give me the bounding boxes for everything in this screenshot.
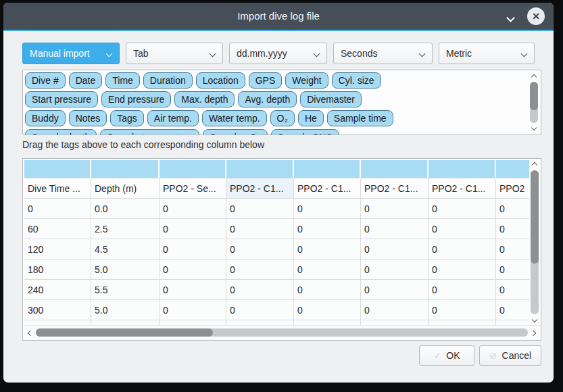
column-drop-zone[interactable]	[24, 160, 91, 178]
tag-row: Buddy Notes Tags Air temp. Water temp. O…	[25, 110, 526, 126]
tag-gps[interactable]: GPS	[249, 72, 283, 89]
table-cell: 0	[226, 280, 294, 300]
tag-notes[interactable]: Notes	[69, 110, 107, 126]
chevron-down-icon	[419, 51, 426, 57]
dialog-button-row: ✓ OK ⊘ Cancel	[22, 345, 541, 366]
tag-sample-time[interactable]: Sample time	[327, 110, 393, 126]
tag-max-depth[interactable]: Max. depth	[174, 91, 235, 107]
table-cell-partial	[24, 320, 91, 325]
table-cell: 0	[160, 260, 226, 280]
table-cell: 0	[160, 280, 226, 300]
table-cell: 0	[361, 219, 429, 239]
column-drop-zone[interactable]	[361, 160, 429, 178]
column-drop-zone[interactable]	[429, 160, 496, 178]
column-header[interactable]: PPO2	[496, 178, 529, 199]
cancel-button[interactable]: ⊘ Cancel	[479, 345, 541, 366]
column-drop-zone[interactable]	[496, 160, 529, 178]
tag-tags[interactable]: Tags	[110, 110, 144, 126]
table-cell: 0	[361, 260, 429, 280]
tag-sample-temperature[interactable]: Sample temperature	[100, 129, 199, 135]
units-combo[interactable]: Metric	[439, 43, 535, 64]
column-drop-zone[interactable]	[226, 160, 294, 178]
tag-avg-depth[interactable]: Avg. depth	[238, 91, 297, 107]
tag-buddy[interactable]: Buddy	[25, 110, 66, 126]
table-cell: 5.5	[91, 280, 160, 300]
tags-vertical-scrollbar[interactable]	[529, 72, 539, 133]
column-header[interactable]: PPO2 - C1...	[294, 178, 361, 199]
column-header[interactable]: PPO2 - C1...	[429, 178, 496, 199]
table-cell: 4.5	[91, 239, 160, 260]
table-cell: 0	[496, 219, 529, 239]
column-header[interactable]: PPO2 - C1...	[226, 178, 294, 199]
column-header[interactable]: PPO2 - C1...	[361, 178, 429, 199]
tag-divemaster[interactable]: Divemaster	[300, 91, 362, 107]
column-header[interactable]: Dive Time ...	[24, 178, 91, 199]
scroll-right-icon[interactable]	[531, 330, 536, 336]
scrollbar-thumb[interactable]	[36, 328, 213, 337]
table-cell: 0	[294, 219, 361, 239]
tag-end-pressure[interactable]: End pressure	[101, 91, 171, 107]
table-cell: 0	[361, 300, 429, 320]
table-cell-partial	[294, 320, 361, 325]
column-drop-zone[interactable]	[91, 160, 160, 178]
source-format-combo[interactable]: Manual import	[22, 43, 120, 64]
dialog-content: Manual import Tab dd.mm.yyyy Seconds Met…	[3, 31, 554, 366]
table-cell: 0	[496, 280, 529, 300]
duration-format-combo[interactable]: Seconds	[333, 43, 433, 64]
import-preview-table: Dive Time ... Depth (m) PPO2 - Se... PPO…	[22, 158, 541, 341]
import-options-row: Manual import Tab dd.mm.yyyy Seconds Met…	[22, 43, 541, 64]
date-format-combo[interactable]: dd.mm.yyyy	[229, 43, 327, 64]
table-cell: 0	[226, 260, 294, 280]
table-vertical-scrollbar[interactable]	[529, 160, 540, 325]
tag-dive-number[interactable]: Dive #	[25, 72, 66, 89]
column-drop-zone[interactable]	[294, 160, 361, 178]
duration-format-value: Seconds	[341, 48, 377, 59]
tag-weight[interactable]: Weight	[285, 72, 328, 89]
tag-he[interactable]: He	[298, 110, 324, 126]
table-cell: 300	[24, 300, 91, 320]
tag-sample-po2[interactable]: Sample pO₂	[203, 129, 267, 135]
scroll-up-icon[interactable]	[532, 162, 537, 168]
field-separator-value: Tab	[133, 48, 149, 59]
tag-date[interactable]: Date	[69, 72, 103, 89]
column-drop-zone[interactable]	[160, 160, 226, 178]
table-cell: 0	[160, 219, 226, 239]
column-header[interactable]: Depth (m)	[91, 178, 160, 199]
table-cell: 60	[24, 219, 91, 239]
chevron-down-icon	[106, 51, 113, 57]
shade-button[interactable]	[508, 11, 518, 21]
scroll-down-icon[interactable]	[531, 125, 537, 130]
tag-duration[interactable]: Duration	[143, 72, 193, 89]
table-horizontal-scrollbar[interactable]	[24, 325, 540, 339]
table-cell: 0	[160, 199, 226, 219]
scroll-down-icon[interactable]	[532, 317, 537, 322]
tag-time[interactable]: Time	[105, 72, 140, 89]
table-cell: 120	[24, 239, 91, 260]
close-button[interactable]: ✕	[527, 7, 545, 25]
scrollbar-thumb[interactable]	[530, 82, 538, 110]
tag-sample-cns[interactable]: Sample CNS	[271, 129, 339, 135]
table-cell: 0	[496, 239, 529, 260]
tag-sample-depth[interactable]: Sample depth	[25, 129, 97, 135]
chevron-down-icon	[506, 14, 515, 22]
tag-air-temp[interactable]: Air temp.	[147, 110, 199, 126]
cancel-circle-icon: ⊘	[489, 350, 497, 361]
scroll-up-icon[interactable]	[531, 74, 537, 80]
table-cell: 0	[361, 199, 429, 219]
tag-cyl-size[interactable]: Cyl. size	[332, 72, 381, 89]
scrollbar-thumb[interactable]	[531, 170, 539, 264]
tag-o2[interactable]: O₂	[270, 110, 295, 126]
table-cell: 0	[429, 260, 496, 280]
scrollbar-track[interactable]	[36, 328, 528, 337]
ok-button[interactable]: ✓ OK	[419, 345, 474, 366]
tag-water-temp[interactable]: Water temp.	[202, 110, 267, 126]
tag-start-pressure[interactable]: Start pressure	[25, 91, 98, 107]
field-separator-combo[interactable]: Tab	[126, 43, 223, 64]
tag-location[interactable]: Location	[196, 72, 245, 89]
table-cell: 0	[160, 300, 226, 320]
table-cell: 0	[496, 300, 529, 320]
titlebar: Import dive log file ✕	[3, 3, 554, 30]
column-header[interactable]: PPO2 - Se...	[160, 178, 226, 199]
table-cell: 0	[226, 219, 294, 239]
scroll-left-icon[interactable]	[28, 330, 33, 336]
